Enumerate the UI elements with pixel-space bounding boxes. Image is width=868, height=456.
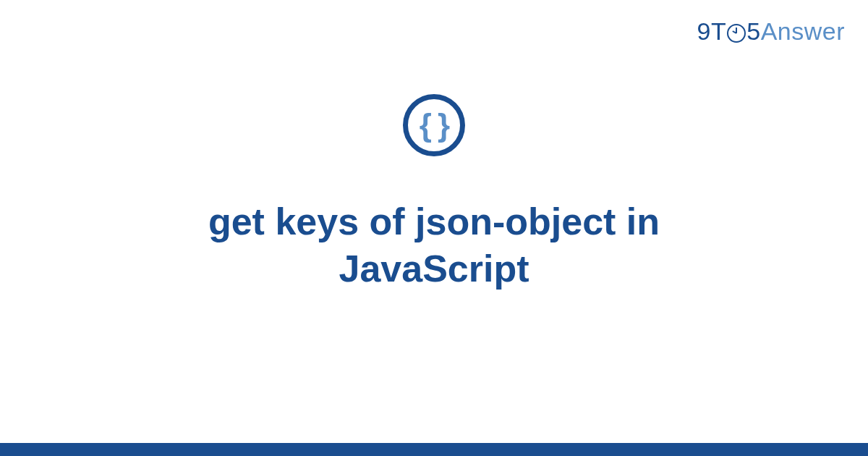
main-content: { } get keys of json-object in JavaScrip… [0,94,868,292]
site-logo: 9T5Answer [697,17,846,46]
footer-accent-bar [0,443,868,456]
braces-icon: { } [420,107,448,143]
topic-icon-circle: { } [403,94,465,156]
page-title: get keys of json-object in JavaScript [109,198,760,292]
logo-text-9: 9 [697,17,711,45]
logo-text-t: T [711,17,726,45]
logo-text-answer: Answer [761,17,845,45]
clock-icon [727,24,746,43]
logo-text-5: 5 [746,17,760,45]
